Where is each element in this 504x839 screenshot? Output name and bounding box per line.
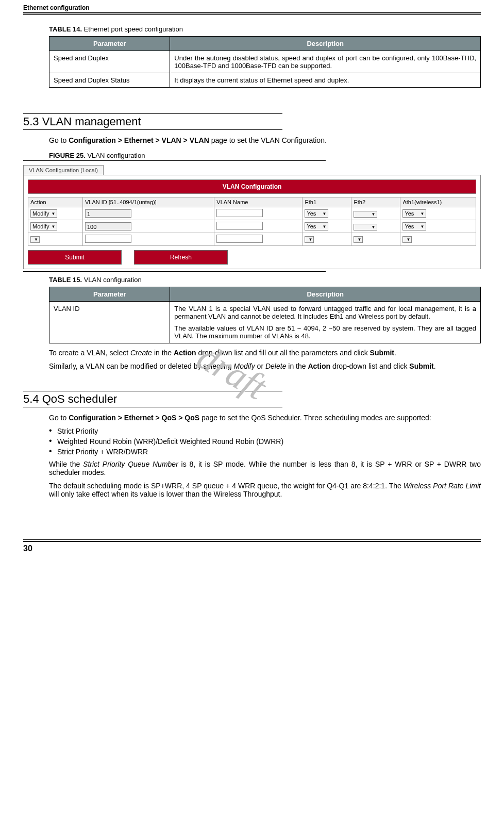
- eth2-dropdown[interactable]: ▼: [354, 224, 377, 231]
- para-modify-vlan: Similarly, a VLAN can be modified or del…: [49, 362, 481, 370]
- table14-caption-text: Ethernet port speed configuration: [84, 25, 183, 33]
- chevron-down-icon: ▼: [308, 237, 312, 242]
- action-dropdown[interactable]: ▼: [30, 236, 40, 243]
- text: in the: [152, 349, 174, 357]
- para-sp-mode: While the Strict Priority Queue Number i…: [49, 460, 481, 476]
- vlanname-input[interactable]: [216, 222, 263, 230]
- col-ath1: Ath1(wireless1): [400, 198, 476, 207]
- section53-intro: Go to Configuration > Ethernet > VLAN > …: [49, 136, 481, 144]
- text: To create a VLAN, select: [49, 349, 130, 357]
- vlan-frame: VLAN Configuration Action VLAN ID [51..4…: [23, 175, 481, 269]
- dropdown-value: Yes: [307, 210, 316, 217]
- text: page to set the VLAN Configuration.: [209, 136, 327, 144]
- table15-caption-label: TABLE 15.: [49, 276, 82, 284]
- eth1-dropdown[interactable]: ▼: [305, 236, 314, 243]
- vlan-config-screenshot: VLAN Configuration (Local) VLAN Configur…: [23, 165, 481, 269]
- table14-th-desc: Description: [170, 37, 481, 51]
- chevron-down-icon: ▼: [51, 211, 55, 216]
- text: Submit: [370, 349, 394, 357]
- section54-top-rule: [23, 391, 282, 391]
- text: Submit: [409, 362, 433, 370]
- text: or: [255, 362, 265, 370]
- running-head: Ethernet configuration: [23, 0, 481, 12]
- figure25-text: VLAN configuration: [87, 152, 145, 159]
- col-eth1: Eth1: [303, 198, 351, 207]
- table15-caption: TABLE 15. VLAN configuration: [49, 276, 481, 284]
- text: .: [434, 362, 436, 370]
- dropdown-value: Modify: [32, 210, 49, 217]
- text: Delete: [265, 362, 286, 370]
- vlan-tab[interactable]: VLAN Configuration (Local): [23, 165, 104, 175]
- para-default-sched: The default scheduling mode is SP+WRR, 4…: [49, 482, 481, 498]
- table14-r1-param: Speed and Duplex: [49, 51, 170, 73]
- vlan-grid: Action VLAN ID [51..4094/1(untag)] VLAN …: [28, 197, 476, 246]
- text: The VLAN 1 is a special VLAN used to for…: [174, 305, 476, 320]
- text: Strict Priority Queue Number: [83, 460, 178, 468]
- vlanid-input[interactable]: 1: [85, 209, 131, 218]
- eth1-dropdown[interactable]: Yes▼: [305, 209, 328, 218]
- vlanname-input[interactable]: [216, 209, 263, 217]
- eth2-dropdown[interactable]: ▼: [354, 236, 363, 243]
- table-row: Speed and Duplex Status It displays the …: [49, 73, 481, 88]
- eth2-dropdown[interactable]: ▼: [354, 211, 377, 218]
- ath1-dropdown[interactable]: Yes▼: [402, 209, 426, 218]
- section53-top-rule: [23, 113, 282, 114]
- table15-th-param: Parameter: [49, 287, 170, 302]
- dropdown-value: Yes: [405, 210, 414, 217]
- table-row: Modify▼ 1 Yes▼ ▼ Yes▼: [28, 207, 476, 220]
- chevron-down-icon: ▼: [322, 224, 326, 229]
- para-create-vlan: To create a VLAN, select Create in the A…: [49, 349, 481, 357]
- eth1-dropdown[interactable]: Yes▼: [305, 222, 328, 231]
- chevron-down-icon: ▼: [322, 211, 326, 216]
- col-vlanid: VLAN ID [51..4094/1(untag)]: [82, 198, 214, 207]
- figure25-label: FIGURE 25.: [49, 152, 86, 159]
- text: Go to: [49, 136, 69, 144]
- action-dropdown[interactable]: Modify▼: [30, 222, 57, 231]
- text: Action: [308, 362, 330, 370]
- dropdown-value: Yes: [307, 223, 316, 229]
- section54-title: 5.4 QoS scheduler: [23, 392, 481, 406]
- submit-button[interactable]: Submit: [28, 250, 122, 265]
- table14: Parameter Description Speed and Duplex U…: [49, 36, 481, 88]
- section54-bottom-rule: [23, 407, 282, 407]
- chevron-down-icon: ▼: [34, 237, 38, 242]
- vlanid-input[interactable]: 100: [85, 222, 131, 231]
- chevron-down-icon: ▼: [406, 237, 410, 242]
- table-row: Speed and Duplex Under the autoneg disab…: [49, 51, 481, 73]
- table15-caption-text: VLAN configuration: [84, 276, 142, 284]
- page-footer: 30: [23, 539, 481, 553]
- section53-bottom-rule: [23, 129, 282, 130]
- col-eth2: Eth2: [351, 198, 400, 207]
- vlan-banner: VLAN Configuration: [28, 179, 476, 194]
- text: page to set the QoS Scheduler. Three sch…: [199, 414, 431, 422]
- list-item: Strict Priority + WRR/DWRR: [49, 448, 481, 456]
- ath1-dropdown[interactable]: Yes▼: [402, 222, 426, 231]
- table15-th-desc: Description: [170, 287, 481, 302]
- text: in the: [286, 362, 308, 370]
- text: While the: [49, 460, 83, 468]
- col-action: Action: [28, 198, 83, 207]
- figure25-rule: [23, 160, 326, 161]
- vlanid-input[interactable]: [85, 235, 131, 243]
- text: The default scheduling mode is SP+WRR, 4…: [49, 482, 404, 490]
- refresh-button[interactable]: Refresh: [134, 250, 228, 265]
- table-row: ▼ ▼ ▼ ▼: [28, 233, 476, 246]
- chevron-down-icon: ▼: [420, 224, 424, 229]
- text: Wireless Port Rate Limit: [404, 482, 481, 490]
- figure25-caption: FIGURE 25. VLAN configuration: [49, 152, 481, 159]
- text: drop-down list and click: [330, 362, 409, 370]
- chevron-down-icon: ▼: [371, 225, 375, 229]
- text: The available values of VLAN ID are 51 ~…: [174, 324, 476, 340]
- ath1-dropdown[interactable]: ▼: [402, 236, 412, 243]
- table15-r1-desc: The VLAN 1 is a special VLAN used to for…: [170, 302, 481, 343]
- footer-rule-thick: [23, 541, 481, 542]
- text: Similarly, a VLAN can be modified or del…: [49, 362, 233, 370]
- chevron-down-icon: ▼: [420, 211, 424, 216]
- vlanname-input[interactable]: [216, 235, 263, 243]
- head-rule-thick: [23, 12, 481, 13]
- action-dropdown[interactable]: Modify▼: [30, 209, 57, 218]
- list-item: Strict Priority: [49, 427, 481, 435]
- table15: Parameter Description VLAN ID The VLAN 1…: [49, 287, 481, 343]
- breadcrumb-path: Configuration > Ethernet > QoS > QoS: [69, 414, 199, 422]
- table-row: VLAN ID The VLAN 1 is a special VLAN use…: [49, 302, 481, 343]
